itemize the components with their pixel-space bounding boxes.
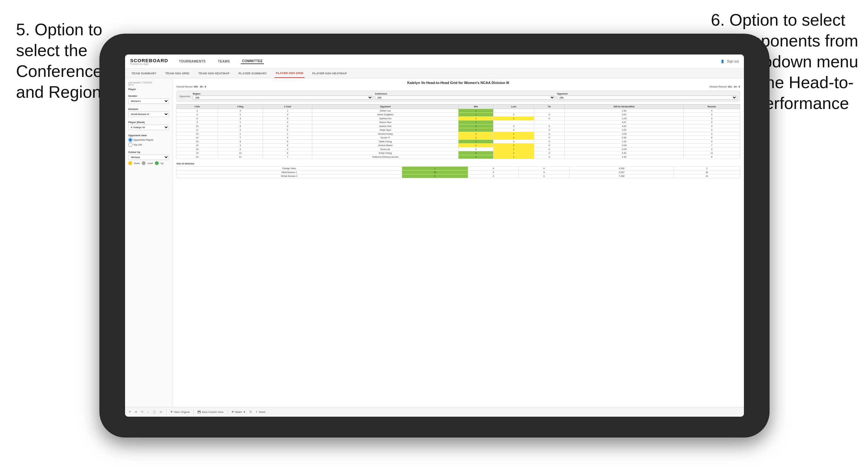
table-row: 14 7 4 Eunice Yi 2 2 0 0.38 9 (177, 136, 740, 140)
td-win: 1 (459, 113, 494, 117)
table-row: 10 6 3 Andrea York 2 0 0 4.00 4 (177, 124, 740, 128)
radio-opponents-played-input[interactable] (128, 138, 132, 142)
table-row: 9 1 4 Sharon Mun 1 3.67 3 (177, 121, 740, 124)
undo2-btn[interactable]: ✕ (135, 411, 137, 413)
td-out-rounds: 30 (674, 170, 740, 174)
radio-top100[interactable]: Top 100 (128, 143, 169, 147)
sub-nav-player-summary[interactable]: PLAYER SUMMARY (237, 69, 268, 78)
sub-nav-team-summary[interactable]: TEAM SUMMARY (130, 69, 158, 78)
out-of-division-body: Foreign Team 1 0 0 4.500 2 NAIA Division… (177, 167, 740, 178)
td-opponent: Sharon Mun (312, 121, 459, 124)
td-loss: 1 (494, 117, 534, 121)
radio-top100-input[interactable] (128, 143, 132, 147)
td-div: 19 (177, 151, 218, 155)
table-row: 15 8 5 Stella Cheng 1 0 0 1.25 4 (177, 140, 740, 144)
td-div: 14 (177, 136, 218, 140)
filter-region: Region (All) (193, 93, 373, 100)
td-opponent: Euna Lee (312, 148, 459, 151)
watch-btn[interactable]: 👁 Watch ▼ (231, 411, 246, 413)
division-label: Division (128, 108, 169, 111)
td-diff: 1.33 (565, 155, 684, 159)
td-tie: 0 (534, 148, 564, 151)
dot-up-label: Up (161, 162, 163, 164)
gender-label: Gender (128, 95, 169, 97)
copy-btn[interactable]: ⎓ (147, 411, 149, 413)
view-original-btn[interactable]: 👁 View: Original (170, 411, 189, 413)
conference-filter-select[interactable]: (All) (375, 95, 555, 100)
watch-chevron: ▼ (243, 411, 246, 413)
td-conf: 5 (263, 128, 312, 132)
sub-nav-player-h2h-grid[interactable]: PLAYER H2H GRID (275, 69, 305, 78)
dot-down (128, 161, 132, 165)
td-win: 2 (459, 155, 494, 159)
td-out-loss: 0 (468, 174, 519, 178)
radio-opponents-played[interactable]: Opponents Played (128, 138, 169, 142)
bottom-toolbar: ↶ ✕ ↷ ⎓ 📋 ⏲ 👁 View: Original 💾 Save Cust… (125, 407, 744, 417)
td-win: 2 (459, 124, 494, 128)
nav-tournaments[interactable]: TOURNAMENTS (178, 59, 207, 64)
td-opponent: Esther Lee (312, 109, 459, 113)
th-tie: Tie (534, 104, 564, 109)
td-diff: 4.00 (565, 124, 684, 128)
colour-by-select[interactable]: Win/loss (128, 155, 169, 160)
td-conf: 2 (263, 148, 312, 151)
sub-nav-player-h2h-heatmap[interactable]: PLAYER H2H HEATMAP (311, 69, 348, 78)
undo-btn[interactable]: ↶ (129, 411, 131, 413)
td-out-opponent: Foreign Team (177, 167, 402, 170)
td-loss: 0 (494, 113, 534, 117)
td-conf: 1 (263, 132, 312, 136)
td-reg: 10 (218, 151, 262, 155)
td-div: 15 (177, 140, 218, 144)
td-opponent: Sydney Kuo (312, 117, 459, 121)
save-custom-btn[interactable]: 💾 Save Custom View (197, 411, 223, 413)
share-btn[interactable]: ⇧ Share (255, 411, 266, 413)
report-title: Katelyn Vo Head-to-Head Grid for Women's… (176, 81, 740, 85)
td-div: 20 (177, 155, 218, 159)
nav-teams[interactable]: TEAMS (216, 59, 231, 64)
logo-sub: Powered by clippd (130, 63, 168, 65)
dot-down-label: Down (134, 162, 140, 164)
td-diff: 3.67 (565, 121, 684, 124)
nav-committee[interactable]: COMMITTEE (241, 59, 264, 64)
division-select[interactable]: NCAA Division III (128, 112, 169, 117)
main-content: Last Updated: 27/03/2024 09:34 Player Ge… (125, 78, 744, 407)
td-rounds: 11 (684, 151, 740, 155)
opponent-filter-select[interactable]: (All) (557, 95, 737, 100)
td-win: 4 (459, 151, 494, 155)
td-opponent: Jessica Mason (312, 144, 459, 148)
td-conf: 3 (263, 117, 312, 121)
watch-icon: 👁 (231, 411, 234, 413)
sub-nav-team-h2h-heatmap[interactable]: TEAM H2H HEATMAP (197, 69, 231, 78)
player-rank-select[interactable]: 8. Katelyn Vo (128, 125, 169, 130)
td-reg: 3 (218, 109, 262, 113)
td-tie: 0 (534, 124, 564, 128)
sub-nav-team-h2h-grid[interactable]: TEAM H2H GRID (164, 69, 191, 78)
td-conf: 7 (263, 155, 312, 159)
td-reg: 1 (218, 121, 262, 124)
td-diff: -3.00 (565, 132, 684, 136)
timer-btn[interactable]: ⏲ (160, 411, 162, 413)
region-filter-select[interactable]: (All) (193, 95, 373, 100)
td-reg: 8 (218, 140, 262, 144)
td-conf: 4 (263, 136, 312, 140)
td-div: 9 (177, 121, 218, 124)
td-div: 16 (177, 144, 218, 148)
th-div: # Div (177, 104, 218, 109)
td-reg: 3 (218, 117, 262, 121)
filter-conference: Conference (All) (375, 93, 555, 100)
td-out-diff: 9.267 (569, 170, 674, 174)
sign-out-link[interactable]: Sign out (727, 60, 739, 63)
redo-btn[interactable]: ↷ (141, 411, 143, 413)
td-tie (534, 109, 564, 113)
paste-btn[interactable]: 📋 (153, 411, 156, 413)
filter-row: Opponents: Region (All) Conference (All) (179, 93, 737, 100)
td-rounds: 9 (684, 136, 740, 140)
grid-btn[interactable]: ☷ (249, 411, 252, 413)
gender-select[interactable]: Women's (128, 98, 169, 104)
td-rounds: 6 (684, 155, 740, 159)
eye-icon: 👁 (170, 411, 173, 413)
left-panel: Last Updated: 27/03/2024 09:34 Player Ge… (125, 78, 173, 407)
td-div: 13 (177, 132, 218, 136)
data-table: # Div # Reg # Conf Opponent Win Loss Tie… (176, 104, 740, 159)
td-tie: 0 (534, 136, 564, 140)
